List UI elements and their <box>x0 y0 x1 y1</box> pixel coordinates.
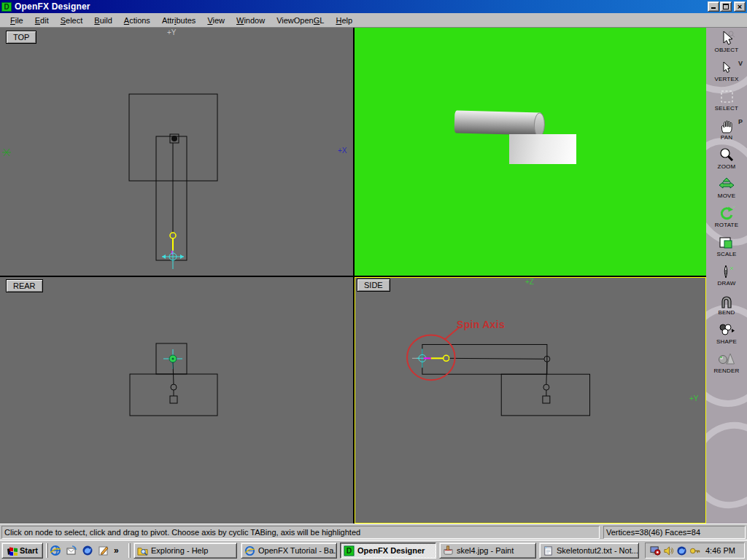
viewport-rear-label[interactable]: REAR <box>6 279 43 292</box>
taskbar: Start » Exploring - Help OpenFX Tu <box>0 540 747 560</box>
menu-window[interactable]: Window <box>231 14 271 27</box>
quick-launch-overflow[interactable]: » <box>114 545 119 556</box>
tool-label: SELECT <box>706 105 747 112</box>
taskbar-task-openfx-designer[interactable]: D OpenFX Designer <box>340 542 436 559</box>
title-bar[interactable]: D OpenFX Designer × <box>0 0 747 13</box>
tool-object[interactable]: OBJECT <box>706 29 747 58</box>
spin-axis-annotation: Spin Axis <box>457 319 505 330</box>
key-icon[interactable] <box>689 545 700 556</box>
tool-select[interactable]: SELECT <box>706 88 747 117</box>
draw-pen-icon <box>706 264 747 280</box>
select-marquee-icon <box>706 89 747 105</box>
axis-marker-icon <box>1 147 12 158</box>
taskbar-clock[interactable]: 4:46 PM <box>705 546 735 555</box>
tool-vertex[interactable]: V VERTEX <box>706 58 747 88</box>
scale-boxes-icon <box>706 235 747 251</box>
minimize-button[interactable] <box>708 1 719 12</box>
task-label: OpenFX Tutorial - Ba... <box>258 546 337 555</box>
end-effector-node-side[interactable] <box>543 396 550 403</box>
task-label: Exploring - Help <box>151 546 208 555</box>
shape-circles-icon <box>706 322 747 338</box>
menu-select[interactable]: Select <box>55 14 89 27</box>
tool-label: OBJECT <box>706 47 747 53</box>
volume-icon[interactable] <box>663 545 674 556</box>
paint-icon <box>443 545 454 556</box>
maximize-icon <box>723 4 729 9</box>
status-stats: Vertices=38(46) Faces=84 <box>603 526 746 539</box>
tool-rotate[interactable]: ROTATE <box>706 204 747 233</box>
edit-pencil-icon[interactable] <box>98 545 109 556</box>
tool-label: SCALE <box>706 251 747 257</box>
tool-move[interactable]: MOVE <box>706 175 747 204</box>
bone-node[interactable] <box>171 136 177 141</box>
close-icon: × <box>738 2 742 11</box>
maximize-button[interactable] <box>720 1 732 12</box>
tool-scale[interactable]: SCALE <box>706 233 747 262</box>
taskbar-task-notepad[interactable]: Skeletontut2.txt - Not... <box>539 542 639 559</box>
menu-view[interactable]: View <box>201 14 231 27</box>
menu-actions[interactable]: Actions <box>118 14 156 27</box>
tool-bend[interactable]: BEND <box>706 292 747 321</box>
start-label: Start <box>20 546 38 555</box>
axis-label-plus-y: +Y <box>167 28 177 36</box>
messenger-icon[interactable] <box>82 545 93 556</box>
tool-hint: V <box>738 60 743 67</box>
move-arrows-icon <box>706 176 747 192</box>
spin-axis-handle-side[interactable] <box>444 355 449 361</box>
end-effector-node[interactable] <box>170 396 177 403</box>
tool-zoom[interactable]: ZOOM <box>706 146 747 175</box>
toolbar-handle[interactable] <box>128 543 131 558</box>
joint-node[interactable] <box>171 384 177 390</box>
menu-attributes[interactable]: Attributes <box>156 14 202 27</box>
openfx-icon: D <box>344 545 355 556</box>
rotate-arrow-icon <box>706 206 747 222</box>
viewport-top-label[interactable]: TOP <box>6 31 36 44</box>
screen: { "window": { "title": "OpenFX Designer"… <box>0 0 747 560</box>
tool-pan[interactable]: P PAN <box>706 117 747 146</box>
tool-draw[interactable]: DRAW <box>706 262 747 292</box>
taskbar-task-exploring-help[interactable]: Exploring - Help <box>133 542 237 559</box>
render-sphere-cone-icon <box>706 351 747 368</box>
messenger-icon[interactable] <box>676 545 687 556</box>
tool-label: VERTEX <box>706 76 747 82</box>
windows-flag-icon <box>7 546 18 556</box>
display-settings-icon[interactable] <box>650 545 661 556</box>
start-button[interactable]: Start <box>1 542 43 559</box>
menu-help[interactable]: Help <box>330 14 358 27</box>
menu-file[interactable]: File <box>4 14 29 27</box>
menu-edit[interactable]: Edit <box>29 14 55 27</box>
window-title: OpenFX Designer <box>15 1 707 12</box>
ie-icon[interactable] <box>50 545 61 556</box>
status-message: Click on node to select, click and drag … <box>1 526 600 539</box>
menu-viewopengl[interactable]: ViewOpenGL <box>271 14 330 27</box>
menu-build[interactable]: Build <box>88 14 117 27</box>
app-icon: D <box>1 2 12 12</box>
toolbar-handle[interactable] <box>46 543 48 558</box>
viewport-rear[interactable]: REAR <box>0 277 353 524</box>
close-button[interactable]: × <box>734 1 746 12</box>
taskbar-task-openfx-tutorial[interactable]: OpenFX Tutorial - Ba... <box>241 542 337 559</box>
viewport-side-label[interactable]: SIDE <box>357 279 390 292</box>
mail-icon[interactable] <box>66 545 77 556</box>
notepad-icon <box>543 545 554 556</box>
rear-wireframe-svg <box>0 277 353 524</box>
minimize-icon <box>711 2 716 9</box>
bend-horseshoe-icon <box>706 293 747 309</box>
axis-label-plus-x: +X <box>338 147 347 155</box>
viewport-side[interactable]: SIDE +Z +Y Spin Axis <box>355 277 706 524</box>
spin-axis-handle[interactable] <box>170 233 176 238</box>
taskbar-task-paint[interactable]: skel4.jpg - Paint <box>439 542 536 559</box>
tool-label: DRAW <box>706 280 747 287</box>
viewport-top[interactable]: TOP +Y +X <box>0 28 353 276</box>
task-label: skel4.jpg - Paint <box>457 546 514 555</box>
tool-shape[interactable]: SHAPE <box>706 321 747 350</box>
viewport-opengl[interactable] <box>355 28 706 276</box>
tool-render[interactable]: RENDER <box>706 350 747 379</box>
tool-label: ZOOM <box>706 163 747 170</box>
object-cursor-icon <box>706 31 747 47</box>
tool-label: MOVE <box>706 192 747 199</box>
joint-node-side[interactable] <box>543 384 549 390</box>
shaded-box <box>509 134 576 164</box>
menu-bar: File Edit Select Build Actions Attribute… <box>0 13 747 28</box>
tool-label: SHAPE <box>706 338 747 345</box>
